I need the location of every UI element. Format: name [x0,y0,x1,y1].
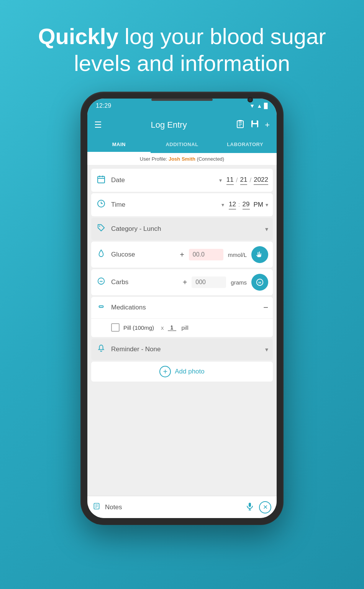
svg-rect-7 [253,124,257,127]
time-period: PM [254,201,264,209]
content-area: Date ▾ 11 / 21 / 2022 Time ▾ [87,165,277,496]
carbs-add-btn[interactable]: + [183,278,187,287]
reminder-chevron: ▾ [265,346,268,353]
clipboard-icon[interactable] [236,119,245,131]
category-label: Category - Lunch [111,225,257,233]
glucose-row: Glucose + mmol/L [91,242,273,268]
reminder-row[interactable]: Reminder - None ▾ [91,339,273,360]
svg-rect-6 [253,120,257,123]
date-row: Date ▾ 11 / 21 / 2022 [91,169,273,192]
svg-point-15 [99,226,100,227]
add-photo-icon: + [159,366,171,377]
notes-label: Notes [105,503,241,511]
close-circle-btn[interactable]: ✕ [259,501,271,513]
notes-doc-icon [93,502,100,512]
time-minute: 29 [243,201,250,209]
date-month: 11 [226,176,234,185]
medications-section: Medications − Pill (100mg) x pill [91,297,273,337]
user-profile-banner: User Profile: Josh Smith (Connected) [87,153,277,165]
tag-icon [96,224,107,234]
add-icon[interactable]: + [265,120,270,130]
medications-label: Medications [111,304,259,311]
svg-point-16 [98,278,105,285]
pill-unit: pill [182,324,189,331]
time-row: Time ▾ 12 : 29 PM ▾ [91,193,273,216]
add-photo-label: Add photo [175,368,205,375]
glucose-unit: mmol/L [228,252,247,258]
carbs-row: Carbs + grams [91,269,273,295]
tab-main[interactable]: MAIN [87,137,151,153]
carbs-input[interactable] [192,276,226,288]
status-icons: ▼ ▲ ▉ [249,103,268,109]
mic-icon[interactable] [245,502,254,513]
glucose-label: Glucose [111,251,175,258]
status-bar: 12:29 ▼ ▲ ▉ [87,99,277,113]
carbs-food-btn[interactable] [251,274,268,291]
close-icon: ✕ [263,503,268,511]
pill-icon [96,302,107,313]
category-row[interactable]: Category - Lunch ▾ [91,218,273,240]
pill-times: x [161,324,164,331]
date-year: 2022 [254,176,268,185]
menu-icon[interactable]: ☰ [94,120,102,130]
user-profile-name: Josh Smith [169,156,195,162]
svg-point-17 [257,279,263,286]
signal-icon: ▲ [257,103,262,109]
battery-icon: ▉ [264,103,268,109]
date-label-container[interactable]: Date ▾ [111,176,222,184]
date-sep1: / [236,176,238,184]
time-label-container[interactable]: Time ▾ [111,201,224,209]
status-time: 12:29 [96,102,111,109]
time-period-chevron: ▾ [266,202,268,208]
category-chevron: ▾ [265,225,268,233]
glucose-input[interactable] [189,249,223,260]
user-profile-suffix: (Connected) [195,156,224,162]
medications-body: Pill (100mg) x pill [91,319,273,337]
glucose-hand-btn[interactable] [251,246,268,263]
time-sep: : [238,201,240,209]
glucose-add-btn[interactable]: + [180,250,184,259]
date-chevron: ▾ [219,177,222,183]
date-value[interactable]: 11 / 21 / 2022 [226,176,268,185]
svg-rect-23 [249,503,251,507]
reminder-label: Reminder - None [111,346,257,353]
carbs-unit: grams [231,279,247,286]
medications-minus-btn[interactable]: − [263,303,268,313]
time-hour: 12 [229,201,236,209]
headline-bold: Quickly [38,24,118,49]
wifi-icon: ▼ [249,103,255,109]
medications-header: Medications − [91,297,273,319]
time-chevron: ▾ [221,202,224,208]
app-title: Log Entry [107,120,230,130]
time-value[interactable]: 12 : 29 PM ▾ [229,201,268,209]
pill-label: Pill (100mg) [123,324,154,331]
tab-additional[interactable]: ADDITIONAL [151,137,214,153]
svg-rect-8 [98,176,105,183]
calendar-icon [96,174,107,186]
carbs-icon [96,277,107,288]
glucose-icon [96,249,107,260]
tabs-container: MAIN ADDITIONAL LABORATORY [87,137,277,153]
pill-quantity[interactable] [168,324,176,331]
date-sep2: / [249,176,251,184]
bell-icon [96,344,107,355]
headline: Quickly log your blood sugar levels and … [0,23,364,76]
add-photo-row[interactable]: + Add photo [91,362,273,382]
tab-laboratory[interactable]: LABORATORY [213,137,277,153]
pill-checkbox[interactable] [111,323,120,332]
phone-shell: 12:29 ▼ ▲ ▉ ☰ Log Entry + MAIN [80,92,284,525]
clock-icon [96,199,107,211]
carbs-label: Carbs [111,278,178,286]
user-profile-prefix: User Profile: [140,156,169,162]
date-day: 21 [240,176,248,185]
date-label: Date [111,176,217,184]
phone-screen: 12:29 ▼ ▲ ▉ ☰ Log Entry + MAIN [87,99,277,518]
notes-bar: Notes ✕ [87,496,277,518]
top-bar: ☰ Log Entry + [87,113,277,137]
save-icon[interactable] [250,119,259,131]
time-label: Time [111,201,219,209]
